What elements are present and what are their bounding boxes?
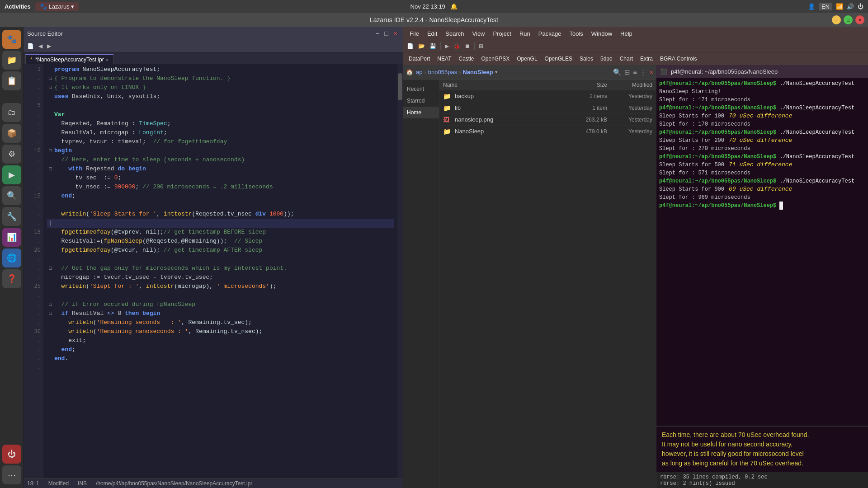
fb-nav-starred[interactable]: Starred: [403, 95, 439, 107]
sidebar-icon-proj[interactable]: 🗂: [2, 103, 21, 122]
scroll-thumb[interactable]: [398, 73, 402, 100]
tb-new[interactable]: 📄: [25, 42, 36, 50]
menu-window[interactable]: Window: [588, 29, 616, 38]
sidebar-icon-power[interactable]: ⏻: [2, 445, 21, 464]
comp-tab-opengles[interactable]: OpenGLES: [542, 55, 575, 63]
comp-tab-chart[interactable]: Chart: [617, 55, 636, 63]
fold-23[interactable]: ◻: [47, 264, 54, 273]
fold-19[interactable]: [47, 228, 54, 237]
fb-close-btn[interactable]: ×: [649, 68, 653, 76]
tb2-toggle[interactable]: ⊞: [477, 42, 485, 50]
fold-32[interactable]: [47, 345, 54, 354]
fold-8[interactable]: [47, 128, 54, 137]
tb2-save[interactable]: 💾: [428, 42, 438, 50]
menu-search[interactable]: Search: [442, 29, 467, 38]
menu-view[interactable]: View: [469, 29, 489, 38]
comp-tab-opengpsx[interactable]: OpenGPSX: [479, 55, 513, 63]
fb-view-btn[interactable]: ⊟: [624, 68, 630, 76]
terminal-content[interactable]: p4f@neural:~/ap/bno055pas/NanoSleep$ ./N…: [656, 78, 868, 426]
fb-path-bno[interactable]: bno055pas: [428, 69, 457, 75]
comp-tab-neat[interactable]: NEAT: [434, 55, 454, 63]
fold-33[interactable]: [47, 354, 54, 363]
fold-31[interactable]: [47, 336, 54, 345]
fold-25[interactable]: [47, 282, 54, 291]
fold-1[interactable]: [47, 65, 54, 74]
fold-27[interactable]: ◻: [47, 300, 54, 309]
fold-16[interactable]: [47, 201, 54, 210]
tb-forward[interactable]: ▶: [45, 42, 53, 50]
fold-21[interactable]: [47, 246, 54, 255]
fb-dropdown-icon[interactable]: ▾: [495, 69, 498, 75]
menu-project[interactable]: Project: [490, 29, 515, 38]
tab-nanosleep[interactable]: *NanoSleepAccuracyTest.lpr ×: [25, 54, 113, 64]
fold-26[interactable]: [47, 291, 54, 300]
fb-home-btn[interactable]: 🏠: [406, 69, 413, 75]
comp-tab-5dpo[interactable]: 5dpo: [598, 55, 615, 63]
fold-15[interactable]: [47, 192, 54, 201]
sidebar-icon-net[interactable]: 🌐: [2, 249, 21, 267]
sidebar-icon-proj2[interactable]: 📦: [2, 124, 21, 143]
code-area[interactable]: 1...5 ....10 ....15 ...18. 20...25 ....3…: [24, 64, 403, 478]
fold-10[interactable]: ◻: [47, 146, 54, 155]
fb-sort-btn[interactable]: ≡: [633, 68, 637, 76]
fold-29[interactable]: [47, 318, 54, 327]
col-header-name[interactable]: Name: [443, 82, 571, 88]
fold-14[interactable]: [47, 183, 54, 192]
fold-11[interactable]: [47, 155, 54, 164]
se-minimize[interactable]: −: [373, 29, 381, 38]
fold-12[interactable]: ◻: [47, 164, 54, 174]
minimize-button[interactable]: −: [832, 15, 841, 24]
tb2-open[interactable]: 📂: [416, 42, 427, 50]
menu-package[interactable]: Package: [535, 29, 565, 38]
tb2-debug[interactable]: 🐞: [452, 42, 462, 50]
scrollbar[interactable]: [397, 64, 403, 478]
comp-tab-opengl[interactable]: OpenGL: [514, 55, 540, 63]
tab-close-icon[interactable]: ×: [106, 57, 108, 62]
fold-24[interactable]: [47, 273, 54, 282]
comp-tab-dataport[interactable]: DataPort: [406, 55, 433, 63]
tb2-run[interactable]: ▶: [443, 42, 451, 50]
menu-help[interactable]: Help: [617, 29, 636, 38]
fold-6[interactable]: [47, 110, 54, 119]
fold-5[interactable]: [47, 101, 54, 110]
fold-22[interactable]: [47, 255, 54, 264]
sidebar-icon-run[interactable]: ▶: [2, 165, 21, 184]
comp-tab-sales[interactable]: Sales: [577, 55, 596, 63]
fb-path-nanosleep[interactable]: NanoSleep: [463, 69, 493, 75]
menu-edit[interactable]: Edit: [424, 29, 441, 38]
file-item-lib[interactable]: 📁 lib 1 item Yesterday: [439, 102, 656, 114]
file-item-backup[interactable]: 📁 backup 2 items Yesterday: [439, 90, 656, 102]
fb-menu-btn[interactable]: ⋮: [640, 68, 646, 76]
tb2-stop[interactable]: ⏹: [463, 42, 472, 50]
sidebar-icon-lazarus[interactable]: 🐾: [2, 30, 21, 49]
fb-nav-recent[interactable]: Recent: [403, 83, 439, 95]
code-content[interactable]: program NanoSleepAccuracyTest; ◻ { Progr…: [43, 64, 397, 478]
fb-path-ap[interactable]: ap: [416, 69, 422, 75]
sidebar-icon-copy[interactable]: 📋: [2, 71, 21, 90]
sidebar-icon-pkg[interactable]: 📊: [2, 228, 21, 247]
comp-tab-extra[interactable]: Extra: [637, 55, 656, 63]
comp-tab-castle[interactable]: Castle: [456, 55, 476, 63]
file-item-nanosleep[interactable]: 📁 NanoSleep 479.0 kB Yesterday: [439, 126, 656, 137]
close-button[interactable]: ×: [855, 15, 864, 24]
fold-3[interactable]: ◻: [47, 83, 54, 92]
se-close[interactable]: ×: [392, 29, 399, 38]
col-header-modified[interactable]: Modified: [607, 82, 652, 88]
lazarus-appname[interactable]: 🐾 Lazarus ▾: [35, 2, 79, 11]
tb-back[interactable]: ◀: [37, 42, 44, 50]
sidebar-icon-apps[interactable]: ⋯: [2, 465, 21, 484]
fold-30[interactable]: [47, 327, 54, 336]
fb-search-btn[interactable]: 🔍: [613, 68, 622, 76]
sidebar-icon-settings[interactable]: ⚙: [2, 145, 21, 164]
fold-9[interactable]: [47, 137, 54, 146]
maximize-button[interactable]: □: [844, 15, 853, 24]
menu-file[interactable]: File: [406, 29, 423, 38]
activities-label[interactable]: Activities: [5, 3, 31, 10]
menu-run[interactable]: Run: [516, 29, 534, 38]
file-item-png[interactable]: 🖼 nanosleep.png 263.2 kB Yesterday: [439, 114, 656, 126]
fold-2[interactable]: ◻: [47, 74, 54, 83]
fb-nav-home[interactable]: Home: [403, 107, 439, 118]
menu-tools[interactable]: Tools: [566, 29, 586, 38]
fold-7[interactable]: [47, 119, 54, 128]
fold-28[interactable]: ◻: [47, 309, 54, 318]
